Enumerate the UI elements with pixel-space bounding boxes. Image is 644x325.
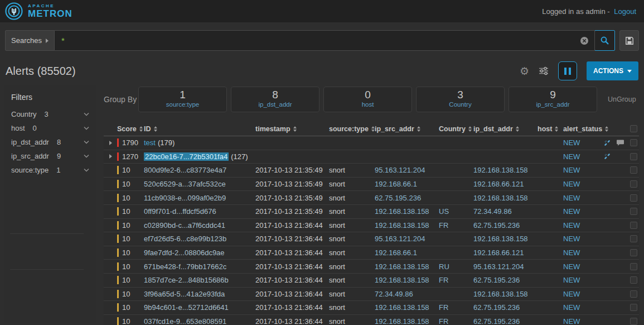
ungroup-button[interactable]: UnGroup	[608, 95, 636, 103]
source-type-cell: snort	[329, 235, 375, 243]
table-row[interactable]: 101857d7ce-2...848b15686b2017-10-13 21:3…	[104, 274, 639, 288]
row-checkbox[interactable]	[630, 222, 637, 229]
group-row[interactable]: 1790test(179)NEW	[104, 136, 639, 150]
select-all-checkbox[interactable]	[630, 125, 637, 132]
table-row[interactable]: 10520c6529-a...37afc532ce2017-10-13 21:3…	[104, 178, 639, 192]
alert-status-cell: NEW	[563, 276, 603, 284]
chevron-down-icon[interactable]	[84, 168, 89, 172]
col-header-country[interactable]: Country	[439, 125, 473, 133]
col-header-label: ip_src_addr	[375, 125, 414, 133]
timestamp-cell: 2017-10-13 21:36:44	[255, 290, 329, 298]
table-row[interactable]: 10c02890bd-c...a7f6cddc412017-10-13 21:3…	[104, 219, 639, 233]
score-cell: 10	[117, 248, 144, 257]
chevron-down-icon[interactable]	[84, 112, 89, 116]
country-cell: FR	[439, 221, 473, 230]
col-header-score[interactable]: Score	[117, 125, 144, 133]
row-checkbox[interactable]	[630, 235, 637, 242]
row-select-cell	[626, 263, 639, 270]
table-header-row: ScoreIDtimestampsource:typeip_src_addrCo…	[104, 122, 639, 136]
login-text: Logged in as admin -	[542, 7, 609, 16]
col-header-ip_src_addr[interactable]: ip_src_addr	[375, 125, 439, 133]
row-checkbox[interactable]	[630, 139, 637, 146]
filter-item-ip-dst-addr[interactable]: ip_dst_addr8	[11, 135, 89, 149]
col-header-timestamp[interactable]: timestamp	[255, 125, 329, 133]
score-value: 10	[122, 262, 130, 271]
table-row[interactable]: 109b94c601-e...52712d66412017-10-13 21:3…	[104, 301, 639, 315]
search-input[interactable]: *	[55, 30, 595, 51]
ip-dst-addr-cell: 62.75.195.236	[473, 221, 538, 230]
table-row[interactable]: 109fae7dfd-2...08806dc9ae2017-10-13 21:3…	[104, 246, 639, 260]
row-select-cell	[626, 276, 639, 284]
sort-icon	[371, 126, 375, 132]
col-header-alert_status[interactable]: alert_status	[563, 125, 603, 133]
row-checkbox[interactable]	[630, 180, 637, 188]
row-checkbox[interactable]	[630, 194, 637, 202]
searches-button[interactable]: Searches	[5, 30, 55, 51]
group-card-source-type[interactable]: 1source:type	[138, 87, 227, 112]
timestamp-cell: 2017-10-13 21:36:44	[255, 248, 329, 257]
chevron-down-icon[interactable]	[84, 140, 89, 144]
comment-icon[interactable]	[616, 139, 624, 146]
settings-sliders-icon[interactable]	[539, 66, 549, 75]
col-header-ip_dst_addr[interactable]: ip_dst_addr	[473, 125, 538, 133]
score-cell: 10	[117, 262, 144, 271]
alert-status-cell: NEW	[563, 207, 603, 216]
expand-caret-icon[interactable]	[109, 154, 112, 159]
group-card-host[interactable]: 0host	[323, 87, 412, 112]
table-row[interactable]: 103f96a65d-5...41a2e93fda2017-10-13 21:3…	[104, 288, 639, 302]
col-header-host[interactable]: host	[538, 125, 563, 133]
actions-label: ACTIONS	[593, 67, 623, 75]
score-cell: 10	[117, 235, 144, 243]
gear-icon[interactable]: ⚙	[520, 66, 529, 77]
row-checkbox[interactable]	[630, 166, 637, 174]
sort-icon	[417, 126, 420, 132]
table-row[interactable]: 1011cb9038-e...099af0e2b92017-10-13 21:3…	[104, 191, 639, 205]
actions-button[interactable]: ACTIONS	[587, 61, 638, 80]
logout-link[interactable]: Logout	[614, 7, 636, 16]
pause-polling-button[interactable]	[558, 61, 577, 80]
table-row[interactable]: 10ef7d26d5-6...c8e99b123b2017-10-13 21:3…	[104, 232, 639, 246]
source-type-cell: snort	[329, 290, 375, 298]
row-checkbox[interactable]	[630, 153, 637, 160]
score-severity-bar	[117, 194, 119, 202]
row-checkbox[interactable]	[630, 318, 637, 325]
score-cell: 10	[117, 303, 144, 312]
col-header-select[interactable]	[626, 125, 639, 132]
table-row[interactable]: 10671be428-f...79bb17662c2017-10-13 21:3…	[104, 260, 639, 274]
group-card-ip-dst-addr[interactable]: 8ip_dst_addr	[231, 87, 319, 112]
id-cell: ef7d26d5-6...c8e99b123b	[144, 235, 255, 243]
chevron-down-icon[interactable]	[84, 126, 89, 130]
table-row[interactable]: 10037fcd1e-9...653e8085912017-10-13 21:3…	[104, 315, 639, 325]
table-row[interactable]: 100ff9f701-d...ffdcf5d6762017-10-13 21:3…	[104, 205, 639, 219]
row-checkbox[interactable]	[630, 276, 637, 284]
sort-icon	[293, 126, 297, 132]
score-cell: 10	[117, 290, 144, 298]
group-card-country[interactable]: 3Country	[416, 87, 505, 112]
col-header-id[interactable]: ID	[144, 125, 255, 133]
group-card-ip-src-addr[interactable]: 9ip_src_addr	[509, 87, 597, 112]
search-button[interactable]	[594, 30, 615, 51]
group-value-link[interactable]: 22bc0e16-7...72b5301fa4	[144, 152, 229, 161]
row-checkbox[interactable]	[630, 304, 637, 311]
table-row[interactable]: 10800d9fe2-6...c83773e4a72017-10-13 21:3…	[104, 164, 639, 178]
unlink-icon[interactable]	[603, 139, 611, 147]
clear-search-icon[interactable]	[580, 36, 589, 45]
group-value-link[interactable]: test	[144, 138, 156, 147]
filter-item-ip-src-addr[interactable]: ip_src_addr9	[11, 149, 89, 163]
expand-caret-icon[interactable]	[109, 141, 112, 145]
page-title: Alerts (85502)	[6, 65, 76, 78]
unlink-icon[interactable]	[603, 152, 611, 160]
save-search-button[interactable]	[619, 30, 639, 51]
col-header-label: ID	[144, 125, 151, 133]
group-row[interactable]: 127022bc0e16-7...72b5301fa4(127)NEW	[104, 150, 639, 164]
filter-item-source-type[interactable]: source:type1	[11, 163, 89, 177]
filter-item-country[interactable]: Country3	[11, 107, 89, 121]
row-checkbox[interactable]	[630, 263, 637, 270]
col-header-source_type[interactable]: source:type	[329, 125, 375, 133]
alert-id: 11cb9038-e...099af0e2b9	[144, 194, 226, 202]
row-checkbox[interactable]	[630, 290, 637, 298]
filter-item-host[interactable]: host0	[11, 121, 89, 135]
row-checkbox[interactable]	[630, 249, 637, 256]
chevron-down-icon[interactable]	[84, 154, 89, 158]
row-checkbox[interactable]	[630, 208, 637, 215]
